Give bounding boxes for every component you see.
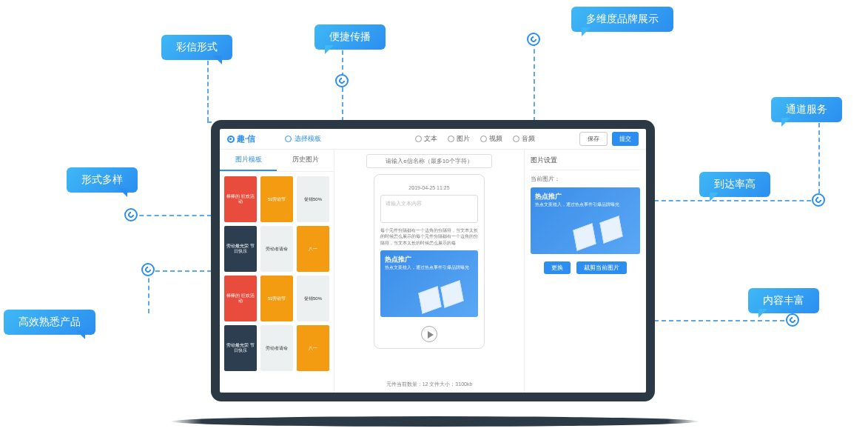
feature-brand: 多维度品牌展示 [571, 7, 673, 32]
tab-image-templates[interactable]: 图片模板 [220, 150, 277, 171]
template-thumb[interactable]: 棒棒的 狂欢活动 [224, 276, 257, 321]
seg-video-label: 视频 [489, 134, 502, 144]
app-screen: 趣·信 选择模板 文本 图片 视频 音频 保存 提交 图片模板 历史图片 棒棒的… [220, 129, 646, 393]
node-icon [786, 313, 799, 327]
preview-text-input[interactable]: 请输入文本内容 [380, 195, 478, 223]
left-panel: 图片模板 历史图片 棒棒的 狂欢活动51劳动节促销50%劳动最光荣 节日快乐劳动… [220, 150, 334, 393]
image-settings-heading: 图片设置 [531, 156, 640, 170]
connector [654, 200, 818, 201]
template-thumb[interactable]: 八一 [297, 325, 329, 371]
left-tabs: 图片模板 历史图片 [220, 150, 334, 172]
isometric-art [414, 277, 474, 314]
topbar: 趣·信 选择模板 文本 图片 视频 音频 保存 提交 [220, 129, 646, 150]
template-thumb[interactable]: 劳动者请命 [260, 226, 293, 272]
seg-text-label: 文本 [424, 134, 437, 144]
node-icon [141, 263, 155, 276]
isometric-art [569, 214, 636, 251]
preview-hero-sub: 热点文案植入，通过热点事件引爆品牌曝光 [385, 264, 474, 271]
save-button[interactable]: 保存 [579, 132, 608, 146]
feature-reach: 到达率高 [699, 172, 770, 197]
node-icon [812, 193, 825, 207]
preview-hero-title: 热点推广 [385, 255, 474, 264]
right-panel: 图片设置 当前图片： 热点推广 热点文案植入，通过热点事件引爆品牌曝光 更换 裁… [524, 150, 646, 393]
template-thumb[interactable]: 劳动者请命 [260, 325, 293, 371]
seg-audio[interactable]: 音频 [513, 134, 535, 144]
template-thumb[interactable]: 促销50% [297, 276, 329, 321]
select-template-label: 选择模板 [295, 134, 321, 144]
exin-name-input[interactable] [366, 154, 492, 168]
connector [148, 270, 212, 272]
app-logo: 趣·信 [227, 133, 255, 144]
feature-spread: 便捷传播 [314, 24, 386, 50]
current-image-preview: 热点推广 热点文案植入，通过热点事件引爆品牌曝光 [531, 187, 640, 254]
preview-hero[interactable]: 热点推广 热点文案植入，通过热点事件引爆品牌曝光 [380, 250, 478, 317]
template-thumb[interactable]: 棒棒的 狂欢活动 [224, 176, 257, 222]
preview-paragraph: 每个元件分隔都有一个边角的分隔符，当文本太长的时候怎么展示的每个元件分隔都有一个… [380, 227, 478, 246]
brand-text: 趣·信 [237, 133, 255, 144]
template-thumb[interactable]: 劳动最光荣 节日快乐 [224, 325, 257, 371]
select-template-btn[interactable]: 选择模板 [285, 134, 321, 144]
seg-text[interactable]: 文本 [415, 134, 437, 144]
action-buttons: 保存 提交 [579, 132, 639, 146]
screen-body: 图片模板 历史图片 棒棒的 狂欢活动51劳动节促销50%劳动最光荣 节日快乐劳动… [220, 150, 646, 393]
current-image-label: 当前图片： [531, 175, 640, 183]
current-hero-sub: 热点文案植入，通过热点事件引爆品牌曝光 [535, 201, 636, 208]
connector [148, 270, 149, 313]
connector [654, 320, 792, 321]
connector [132, 215, 212, 216]
content-type-segments: 文本 图片 视频 音频 [415, 134, 535, 144]
replace-button[interactable]: 更换 [544, 261, 571, 274]
preview-stats: 元件当前数量：12 文件大小：3100kb [386, 376, 473, 388]
feature-efficient: 高效熟悉产品 [4, 310, 95, 335]
seg-audio-label: 音频 [522, 134, 535, 144]
template-thumb[interactable]: 51劳动节 [260, 276, 293, 321]
submit-button[interactable]: 提交 [612, 132, 639, 146]
template-thumb[interactable]: 八一 [297, 226, 329, 272]
node-icon [527, 33, 540, 46]
connector [207, 61, 209, 121]
laptop-frame: 趣·信 选择模板 文本 图片 视频 音频 保存 提交 图片模板 历史图片 棒棒的… [211, 120, 655, 401]
seg-image[interactable]: 图片 [448, 134, 470, 144]
preview-date: 2019-04-25 11:25 [380, 185, 478, 190]
logo-icon [227, 136, 235, 143]
audio-icon [513, 136, 519, 142]
play-icon[interactable] [421, 326, 437, 342]
phone-preview: 2019-04-25 11:25 请输入文本内容 每个元件分隔都有一个边角的分隔… [374, 174, 485, 349]
text-icon [415, 136, 422, 142]
seg-video[interactable]: 视频 [480, 134, 502, 144]
feature-channel: 通道服务 [771, 97, 842, 122]
template-thumb[interactable]: 51劳动节 [260, 176, 293, 222]
laptop-shadow [170, 416, 699, 427]
current-hero-title: 热点推广 [535, 192, 636, 201]
feature-rich: 内容丰富 [748, 288, 819, 313]
seg-image-label: 图片 [457, 134, 470, 144]
image-icon [448, 136, 454, 142]
node-icon [335, 74, 349, 87]
feature-forms: 形式多样 [67, 167, 138, 193]
connector [534, 34, 535, 121]
connector [818, 123, 820, 201]
template-grid[interactable]: 棒棒的 狂欢活动51劳动节促销50%劳动最光荣 节日快乐劳动者请命八一棒棒的 狂… [220, 172, 334, 393]
feature-mms: 彩信形式 [161, 35, 232, 60]
tab-history-images[interactable]: 历史图片 [277, 150, 334, 171]
template-thumb[interactable]: 促销50% [297, 176, 329, 222]
node-icon [124, 208, 138, 221]
template-thumb[interactable]: 劳动最光荣 节日快乐 [224, 226, 257, 272]
template-icon [285, 136, 292, 142]
image-action-row: 更换 裁剪当前图片 [531, 261, 640, 274]
video-icon [480, 136, 487, 142]
crop-button[interactable]: 裁剪当前图片 [576, 261, 627, 274]
center-preview: 2019-04-25 11:25 请输入文本内容 每个元件分隔都有一个边角的分隔… [334, 150, 524, 393]
